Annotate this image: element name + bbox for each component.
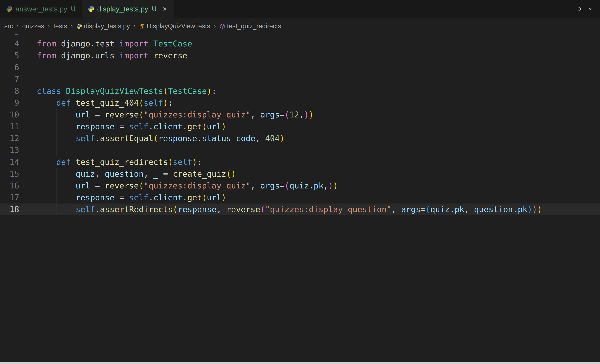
chevron-right-icon	[212, 24, 217, 29]
line-number[interactable]: 6	[0, 62, 37, 73]
line-number[interactable]: 15	[0, 168, 37, 180]
code-text: response = self.client.get(url)	[37, 121, 226, 132]
code-editor[interactable]: 34from django.test import TestCase5from …	[0, 34, 600, 362]
breadcrumb-label: test_quiz_redirects	[227, 22, 281, 30]
chevron-down-icon	[588, 6, 593, 12]
breadcrumb-item-tests[interactable]: tests	[53, 22, 67, 30]
breadcrumb-label: tests	[53, 22, 67, 30]
breadcrumb-item-src[interactable]: src	[4, 22, 13, 30]
code-line-5[interactable]: 5from django.urls import reverse	[0, 50, 600, 62]
code-line-15[interactable]: 15 quiz, question, _ = create_quiz()	[0, 168, 600, 180]
close-icon[interactable]	[162, 6, 168, 12]
method-symbol-icon	[219, 23, 225, 29]
line-number[interactable]: 4	[0, 38, 37, 50]
tab-bar-tabs: answer_tests.pyU display_tests.pyU	[0, 0, 174, 18]
code-text: def test_quiz_404(self):	[37, 97, 173, 109]
code-content: 34from django.test import TestCase5from …	[0, 34, 600, 215]
code-line-11[interactable]: 11 response = self.client.get(url)	[0, 121, 600, 132]
breadcrumb-item-quizzes[interactable]: quizzes	[22, 22, 44, 30]
chevron-right-icon	[132, 24, 137, 29]
code-text: self.assertRedirects(response, reverse("…	[37, 204, 542, 215]
line-number[interactable]: 11	[0, 121, 37, 132]
vscode-window: answer_tests.pyU display_tests.pyU srcqu…	[0, 0, 600, 364]
code-line-4[interactable]: 4from django.test import TestCase	[0, 38, 600, 50]
breadcrumb-label: src	[4, 22, 13, 30]
tab-label: display_tests.py	[97, 5, 148, 13]
breadcrumb-label: DisplayQuizViewTests	[147, 22, 210, 30]
editor-actions	[570, 0, 600, 18]
breadcrumb-item-test-quiz-redirects[interactable]: test_quiz_redirects	[219, 22, 281, 30]
git-status-badge: U	[71, 5, 75, 13]
line-number[interactable]: 10	[0, 109, 37, 121]
line-number[interactable]: 18	[0, 204, 37, 215]
python-icon	[6, 6, 13, 12]
tab-answer-tests-py[interactable]: answer_tests.pyU	[0, 0, 82, 18]
breadcrumb-item-displayquizviewtests[interactable]: DisplayQuizViewTests	[139, 22, 210, 30]
line-number[interactable]: 17	[0, 192, 37, 204]
python-icon	[88, 6, 94, 12]
class-symbol-icon	[139, 23, 145, 29]
line-number[interactable]: 12	[0, 132, 37, 144]
code-line-9[interactable]: 9 def test_quiz_404(self):	[0, 97, 600, 109]
code-text: url = reverse("quizzes:display_quiz", ar…	[37, 109, 314, 121]
code-line-10[interactable]: 10 url = reverse("quizzes:display_quiz",…	[0, 109, 600, 121]
play-icon	[576, 6, 583, 12]
code-text: response = self.client.get(url)	[37, 192, 226, 204]
code-line-12[interactable]: 12 self.assertEqual(response.status_code…	[0, 132, 600, 144]
chevron-right-icon	[46, 24, 51, 29]
tab-display-tests-py[interactable]: display_tests.pyU	[82, 0, 174, 18]
line-number[interactable]: 8	[0, 85, 37, 97]
code-text: from django.urls import reverse	[37, 50, 188, 62]
bottom-strip	[0, 362, 600, 364]
code-line-14[interactable]: 14 def test_quiz_redirects(self):	[0, 156, 600, 168]
breadcrumb: srcquizzestests display_tests.py Display…	[0, 18, 600, 34]
line-number[interactable]: 3	[0, 34, 37, 38]
line-number[interactable]: 9	[0, 97, 37, 109]
code-text: self.assertEqual(response.status_code, 4…	[37, 132, 285, 144]
code-text: from django.test import TestCase	[37, 38, 192, 50]
line-number[interactable]: 14	[0, 156, 37, 168]
line-number[interactable]: 13	[0, 144, 37, 156]
line-number[interactable]: 5	[0, 50, 37, 62]
breadcrumb-label: display_tests.py	[84, 22, 130, 30]
code-line-18[interactable]: 18 self.assertRedirects(response, revers…	[0, 204, 600, 215]
run-file-button[interactable]	[576, 6, 583, 12]
code-text: url = reverse("quizzes:display_quiz", ar…	[37, 180, 338, 192]
code-text: def test_quiz_redirects(self):	[37, 156, 202, 168]
breadcrumb-label: quizzes	[22, 22, 44, 30]
tab-bar: answer_tests.pyU display_tests.pyU	[0, 0, 600, 18]
python-icon	[76, 23, 82, 29]
code-line-3[interactable]: 3	[0, 34, 600, 38]
code-line-17[interactable]: 17 response = self.client.get(url)	[0, 192, 600, 204]
git-status-badge: U	[152, 5, 157, 13]
breadcrumb-item-display-tests-py[interactable]: display_tests.py	[76, 22, 130, 30]
code-line-8[interactable]: 8class DisplayQuizViewTests(TestCase):	[0, 85, 600, 97]
code-line-6[interactable]: 6	[0, 62, 600, 73]
code-text: class DisplayQuizViewTests(TestCase):	[37, 85, 216, 97]
chevron-right-icon	[69, 24, 74, 29]
code-line-7[interactable]: 7	[0, 73, 600, 85]
code-line-16[interactable]: 16 url = reverse("quizzes:display_quiz",…	[0, 180, 600, 192]
run-options-button[interactable]	[588, 6, 593, 12]
line-number[interactable]: 7	[0, 73, 37, 85]
chevron-right-icon	[15, 24, 20, 29]
tab-label: answer_tests.py	[15, 5, 67, 13]
code-text: quiz, question, _ = create_quiz()	[37, 168, 236, 180]
code-line-13[interactable]: 13	[0, 144, 600, 156]
line-number[interactable]: 16	[0, 180, 37, 192]
